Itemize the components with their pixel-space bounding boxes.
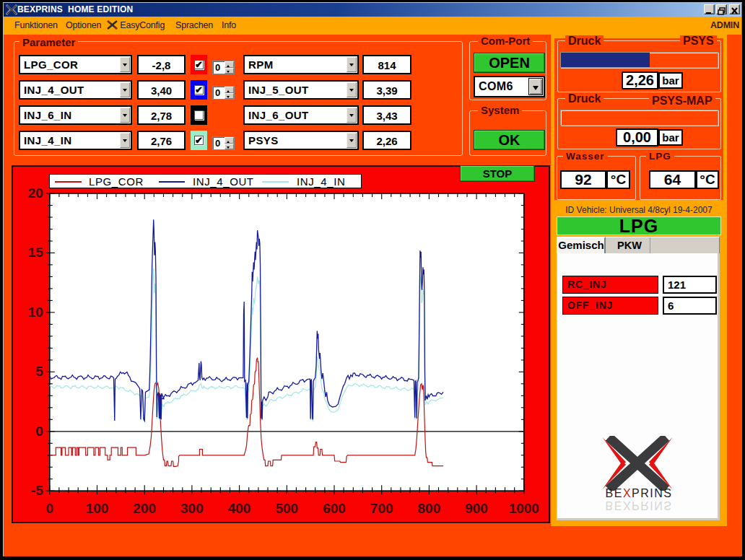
svg-text:700: 700 xyxy=(370,501,393,516)
svg-text:0: 0 xyxy=(35,424,43,439)
svg-text:900: 900 xyxy=(465,501,488,516)
svg-text:0: 0 xyxy=(46,501,54,516)
svg-text:600: 600 xyxy=(323,501,346,516)
svg-text:100: 100 xyxy=(86,501,109,516)
svg-text:5: 5 xyxy=(35,364,43,379)
svg-text:1000: 1000 xyxy=(509,501,539,516)
svg-text:300: 300 xyxy=(180,501,204,516)
svg-text:800: 800 xyxy=(418,501,441,516)
svg-text:20: 20 xyxy=(28,185,43,201)
svg-text:15: 15 xyxy=(28,245,44,260)
svg-text:400: 400 xyxy=(228,501,251,516)
svg-text:10: 10 xyxy=(28,305,43,320)
svg-text:500: 500 xyxy=(275,501,298,516)
svg-text:200: 200 xyxy=(133,501,156,516)
svg-text:-5: -5 xyxy=(31,483,43,498)
